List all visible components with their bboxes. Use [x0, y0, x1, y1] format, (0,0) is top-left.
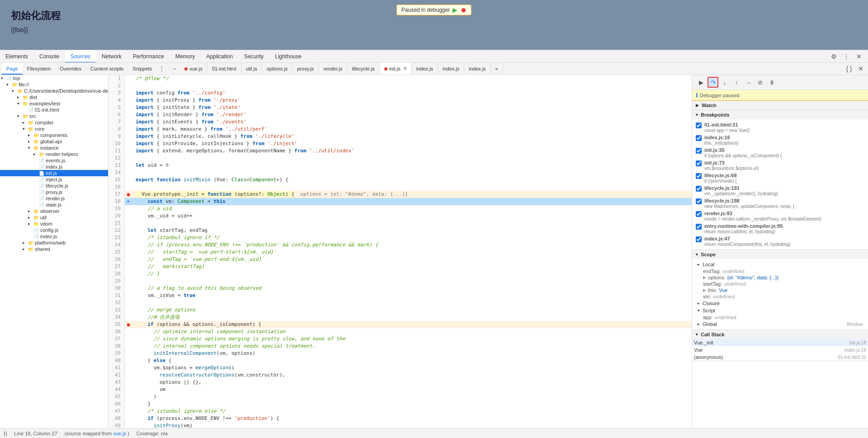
resume-button[interactable]: ▶: [696, 77, 707, 88]
tree-item-inject[interactable]: ▸ 📄 inject.js: [0, 176, 108, 183]
code-line-6: 6 import { initRender } from './render': [108, 111, 692, 118]
file-tab-index2[interactable]: index.js: [438, 63, 464, 75]
tree-item-observer[interactable]: ▸ 📁 observer: [0, 208, 108, 214]
breakpoints-section: ▾ Breakpoints 01-init.html:31const app =…: [692, 110, 868, 250]
file-tab-render[interactable]: render.js: [319, 63, 347, 75]
tree-item-vdom[interactable]: ▸ 📁 vdom: [0, 221, 108, 227]
subtab-overrides[interactable]: Overrides: [55, 63, 86, 75]
scope-endtag: endTag:undefined: [703, 268, 864, 274]
code-line-25: 25 // startTag = `vue-perf-start:${vm._u…: [108, 249, 692, 256]
tree-item-events[interactable]: ▸ 📄 events.js: [0, 157, 108, 164]
subtab-page[interactable]: Page: [2, 63, 23, 75]
file-tab-index1[interactable]: index.js: [412, 63, 438, 75]
watch-header[interactable]: ▶ Watch: [692, 101, 868, 110]
code-line-33: 33 // merge options: [108, 306, 692, 314]
pause-banner-text: Paused in debugger: [401, 7, 450, 13]
code-line-36: 36 // optimize internal component instan…: [108, 328, 692, 335]
tree-item-file[interactable]: ▾ 📁 file://: [0, 81, 108, 88]
panel-tab-console[interactable]: Console: [34, 50, 65, 63]
code-line-11: 11 import { extend, mergeOptions, format…: [108, 147, 692, 155]
main-content: ▾ 📄 top ▾ 📁 file:// ▾ 📁 C:/Users/danke/D…: [0, 75, 868, 428]
tree-item-core[interactable]: ▾ 📁 core: [0, 126, 108, 132]
source-map-link[interactable]: vue.js: [113, 431, 126, 436]
file-tab-vue[interactable]: vue.js: [180, 63, 208, 75]
paused-message-text: Debugger paused: [700, 93, 739, 98]
file-tab-options[interactable]: options.js: [262, 63, 292, 75]
panel-tab-elements[interactable]: Elements: [0, 50, 34, 63]
tree-item-instance[interactable]: ▾ 📁 instance: [0, 145, 108, 151]
scope-options: ▶ options:{el: "#demo", data: {...}}: [703, 274, 864, 281]
breakpoints-header[interactable]: ▾ Breakpoints: [692, 110, 868, 119]
tree-item-demo[interactable]: ▾ 📁 C:/Users/danke/Desktop/demo/vue-dev: [0, 88, 108, 94]
status-brackets[interactable]: {}: [4, 431, 7, 436]
more-subtabs-icon[interactable]: ⋮: [156, 63, 167, 74]
close-file-icon[interactable]: ✕: [855, 63, 866, 74]
file-tab-lifecycle[interactable]: lifecycle.js: [348, 63, 380, 75]
panel-tab-security[interactable]: Security: [239, 50, 269, 63]
tree-item-proxy[interactable]: ▸ 📄 proxy.js: [0, 189, 108, 195]
step-button[interactable]: →: [743, 77, 754, 88]
tree-item-state[interactable]: ▸ 📄 state.js: [0, 202, 108, 208]
pause-on-exceptions-button[interactable]: ⏸: [766, 77, 777, 88]
code-editor[interactable]: 1 /* @flow */ 2 3 import config from '..…: [108, 75, 692, 428]
tree-item-examples[interactable]: ▾ 📁 examples/test: [0, 100, 108, 107]
tree-item-01init[interactable]: ▸ 📄 01-init.html: [0, 107, 108, 113]
panel-tab-performance[interactable]: Performance: [127, 50, 170, 63]
settings-icon[interactable]: ⚙: [828, 51, 839, 62]
subtab-filesystem[interactable]: Filesystem: [23, 63, 56, 75]
close-devtools-icon[interactable]: ✕: [854, 51, 864, 62]
local-scope-header[interactable]: ▸Local: [696, 261, 864, 268]
tree-item-index-core[interactable]: ▸ 📄 index.js: [0, 233, 108, 240]
file-tab-more[interactable]: »: [491, 63, 503, 75]
script-scope-header[interactable]: ▾Script: [696, 307, 864, 314]
file-tab-proxy[interactable]: proxy.js: [292, 63, 319, 75]
step-over-button[interactable]: ↷: [708, 77, 718, 88]
panel-tab-sources[interactable]: Sources: [65, 50, 96, 63]
step-into-button[interactable]: ↓: [719, 77, 730, 88]
tree-item-render-file[interactable]: ▸ 📄 render.js: [0, 195, 108, 202]
tree-item-top[interactable]: ▾ 📄 top: [0, 75, 108, 81]
cs-frame-vue[interactable]: Vue index.js:16: [692, 346, 868, 353]
pause-banner-record-icon[interactable]: ⏺: [460, 6, 467, 14]
tree-item-compiler[interactable]: ▸ 📁 compiler: [0, 119, 108, 126]
collapse-tree-icon[interactable]: ↔: [169, 63, 180, 74]
tree-item-src[interactable]: ▾ 📁 src: [0, 113, 108, 119]
step-out-button[interactable]: ↑: [731, 77, 742, 88]
global-scope-header[interactable]: ▸ Global Window: [696, 320, 864, 328]
panel-tab-lighthouse[interactable]: Lighthouse: [269, 50, 307, 63]
tree-item-shared[interactable]: ▸ 📁 shared: [0, 246, 108, 252]
panel-tab-application[interactable]: Application: [201, 50, 239, 63]
cs-frame-anonymous[interactable]: (anonymous) 01-init.html:31: [692, 353, 868, 361]
deactivate-breakpoints-button[interactable]: ⊘: [755, 77, 765, 88]
panel-tab-memory[interactable]: Memory: [170, 50, 201, 63]
subtab-content-scripts[interactable]: Content scripts: [86, 63, 128, 75]
file-tab-index3[interactable]: index.js: [464, 63, 491, 75]
file-tab-util[interactable]: util.js: [241, 63, 262, 75]
scope-header[interactable]: ▾ Scope: [692, 250, 868, 259]
tree-item-dist[interactable]: ▸ 📁 dist: [0, 94, 108, 100]
file-tree: ▾ 📄 top ▾ 📁 file:// ▾ 📁 C:/Users/danke/D…: [0, 75, 108, 428]
right-panel-scroll[interactable]: ▶ Watch ▾ Breakpoints 01-init.html:31con…: [692, 101, 868, 428]
tree-item-init[interactable]: ▸ 📄 init.js: [0, 170, 108, 176]
tree-item-platforms[interactable]: ▸ 📁 platforms/web: [0, 240, 108, 246]
tree-item-lifecycle[interactable]: ▸ 📄 lifecycle.js: [0, 183, 108, 189]
closure-scope-header[interactable]: ▸Closure: [696, 300, 864, 307]
tree-item-global-api[interactable]: ▸ 📁 global-api: [0, 138, 108, 145]
tree-item-render-helpers[interactable]: ▸ 📁 render-helpers: [0, 151, 108, 157]
subtab-snippets[interactable]: Snippets: [128, 63, 156, 75]
tree-item-config[interactable]: ▸ 📄 config.js: [0, 227, 108, 233]
format-icon[interactable]: { }: [844, 63, 854, 74]
file-tab-01init[interactable]: 01-init.html: [208, 63, 241, 75]
script-scope-content: app:undefined: [696, 314, 864, 320]
tree-item-util-folder[interactable]: ▸ 📁 util: [0, 214, 108, 221]
tree-item-components[interactable]: ▸ 📁 components: [0, 132, 108, 138]
code-line-45: 45 ): [108, 393, 692, 400]
cs-frame-vue-init[interactable]: Vue._init init.js:18: [692, 339, 868, 346]
call-stack-header[interactable]: ▾Call Stack: [692, 330, 868, 339]
pause-banner-play-icon[interactable]: ▶: [453, 6, 458, 14]
file-tab-init[interactable]: init.js ✕: [380, 63, 412, 75]
panel-tab-network[interactable]: Network: [96, 50, 127, 63]
more-options-icon[interactable]: ⋮: [841, 51, 852, 62]
code-line-16: 16: [108, 184, 692, 191]
tree-item-index-instance[interactable]: ▸ 📄 index.js: [0, 164, 108, 170]
